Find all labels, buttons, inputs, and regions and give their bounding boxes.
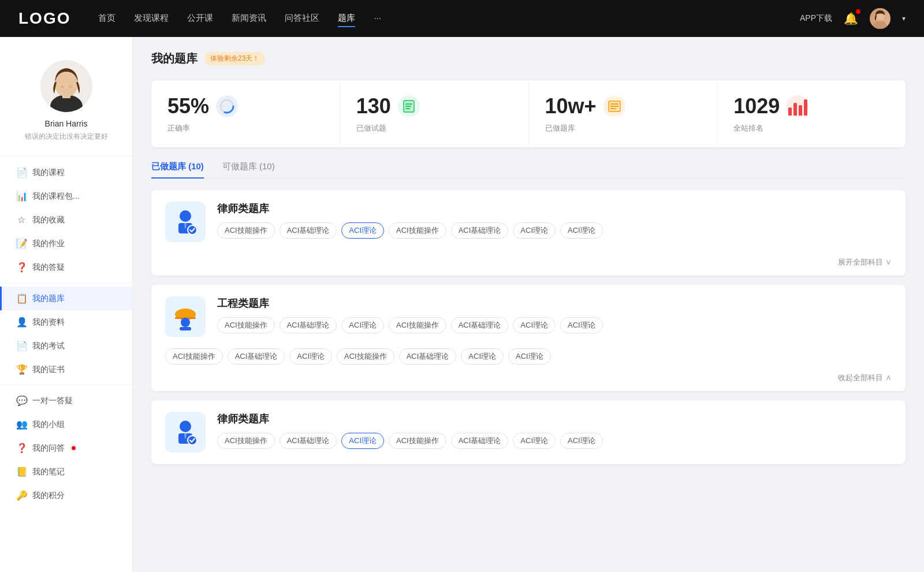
points-icon: 🔑 [16,490,27,501]
user-avatar [40,60,92,112]
qa-badge [72,446,76,450]
tag-1-7[interactable]: ACI理论 [560,222,603,239]
tab-done-banks[interactable]: 已做题库 (10) [151,161,204,178]
tag-3-7[interactable]: ACI理论 [560,433,603,449]
tag-3-3[interactable]: ACI理论 [341,433,384,449]
nav-home[interactable]: 首页 [98,10,116,27]
main-layout: Brian Harris 错误的决定比没有决定要好 📄 我的课程 📊 我的课程包… [0,37,924,572]
nav-news[interactable]: 新闻资讯 [232,10,266,27]
sidebar-item-mycourse[interactable]: 📄 我的课程 [0,161,132,184]
tag-3-2[interactable]: ACI基础理论 [280,433,337,449]
tag-3-5[interactable]: ACI基础理论 [451,433,509,449]
svg-rect-17 [610,103,619,105]
sidebar-item-1on1[interactable]: 💬 一对一答疑 [0,389,132,413]
tag-2b-6[interactable]: ACI理论 [461,348,504,365]
svg-rect-12 [405,103,412,105]
stat-top-done: 130 [356,94,512,118]
tag-2b-5[interactable]: ACI基础理论 [399,348,457,365]
sidebar-item-certificate[interactable]: 🏆 我的证书 [0,358,132,381]
nav-open[interactable]: 公开课 [187,10,213,27]
tag-3-6[interactable]: ACI理论 [513,433,556,449]
sidebar-item-group[interactable]: 👥 我的小组 [0,413,132,436]
stat-value-ranking: 1029 [733,94,780,118]
stat-value-banks: 10w+ [545,94,597,118]
chat-icon: 💬 [16,395,27,406]
tag-1-1[interactable]: ACI技能操作 [217,222,275,239]
tag-2b-2[interactable]: ACI基础理论 [228,348,285,365]
tags-row-3: ACI技能操作 ACI基础理论 ACI理论 ACI技能操作 ACI基础理论 AC… [217,433,892,449]
tag-2-7[interactable]: ACI理论 [560,317,603,333]
sidebar-item-coursepack[interactable]: 📊 我的课程包... [0,184,132,208]
nav-courses[interactable]: 发现课程 [134,10,169,27]
app-download-link[interactable]: APP下载 [800,13,832,24]
bank-header-1: 律师类题库 ACI技能操作 ACI基础理论 ACI理论 ACI技能操作 ACI基… [151,190,906,254]
tag-1-5[interactable]: ACI基础理论 [451,222,509,239]
collapse-link-2[interactable]: 收起全部科目 ∧ [151,373,906,391]
tag-2b-4[interactable]: ACI技能操作 [337,348,394,365]
bank-section-lawyer-2: 律师类题库 ACI技能操作 ACI基础理论 ACI理论 ACI技能操作 ACI基… [151,400,906,464]
sidebar-item-notes[interactable]: 📒 我的笔记 [0,460,132,484]
sidebar-item-profile[interactable]: 👤 我的资料 [0,310,132,334]
tag-2-2[interactable]: ACI基础理论 [280,317,337,333]
bank-info-3: 律师类题库 ACI技能操作 ACI基础理论 ACI理论 ACI技能操作 ACI基… [217,412,892,449]
stat-top-ranking: 1029 [733,94,889,118]
sidebar-item-homework[interactable]: 📝 我的作业 [0,232,132,255]
tabs-row: 已做题库 (10) 可做题库 (10) [151,161,906,179]
bar1 [788,107,792,116]
tag-3-4[interactable]: ACI技能操作 [389,433,446,449]
tags-row-2a: ACI技能操作 ACI基础理论 ACI理论 ACI技能操作 ACI基础理论 AC… [217,317,892,333]
nav-qa[interactable]: 问答社区 [285,10,319,27]
tag-1-3[interactable]: ACI理论 [341,222,384,239]
sidebar-item-points[interactable]: 🔑 我的积分 [0,484,132,507]
bank-header-3: 律师类题库 ACI技能操作 ACI基础理论 ACI理论 ACI技能操作 ACI基… [151,400,906,464]
logo: LOGO [18,9,70,28]
sidebar-item-qa[interactable]: ❓ 我的答疑 [0,255,132,279]
nav-more[interactable]: ··· [374,10,381,27]
tag-1-6[interactable]: ACI理论 [513,222,556,239]
notification-bell[interactable]: 🔔 [844,12,858,25]
stat-label-banks: 已做题库 [545,123,701,133]
svg-point-6 [61,86,64,88]
svg-rect-19 [610,108,616,109]
tag-2-6[interactable]: ACI理论 [513,317,556,333]
stat-accuracy: 55% 正确率 [151,80,340,147]
bar4 [804,99,807,116]
tag-2b-1[interactable]: ACI技能操作 [165,348,223,365]
tag-2b-3[interactable]: ACI理论 [289,348,332,365]
stat-label-done: 已做试题 [356,123,512,133]
tag-2-1[interactable]: ACI技能操作 [217,317,275,333]
svg-rect-25 [176,314,195,317]
expand-link-1[interactable]: 展开全部科目 ∨ [151,254,906,276]
tag-2-3[interactable]: ACI理论 [341,317,384,333]
nav-questionbank[interactable]: 题库 [338,10,355,27]
exam-icon: 📄 [16,340,27,351]
page-title: 我的题库 [151,51,198,66]
tag-2b-7[interactable]: ACI理论 [508,348,551,365]
homework-icon: 📝 [16,238,27,249]
tags-row-1: ACI技能操作 ACI基础理论 ACI理论 ACI技能操作 ACI基础理论 AC… [217,222,892,239]
stat-ranking: 1029 全站排名 [717,80,906,147]
sidebar-item-questionbank[interactable]: 📋 我的题库 [0,287,132,310]
sidebar-item-exam[interactable]: 📄 我的考试 [0,334,132,358]
tag-2-5[interactable]: ACI基础理论 [451,317,509,333]
tag-1-2[interactable]: ACI基础理论 [280,222,337,239]
bank-name-1: 律师类题库 [217,202,892,216]
sidebar-item-favorites[interactable]: ☆ 我的收藏 [0,208,132,232]
bar3 [799,105,802,116]
stat-label-ranking: 全站排名 [733,123,889,133]
user-avatar-nav[interactable] [870,8,891,29]
user-name: Brian Harris [45,119,88,128]
svg-point-7 [69,86,72,88]
sidebar-item-myqa[interactable]: ❓ 我的问答 [0,436,132,460]
user-menu-chevron[interactable]: ▾ [902,14,906,23]
bank-info-2: 工程类题库 ACI技能操作 ACI基础理论 ACI理论 ACI技能操作 ACI基… [217,296,892,333]
avatar-image [870,8,891,29]
tab-available-banks[interactable]: 可做题库 (10) [222,161,275,178]
tag-3-1[interactable]: ACI技能操作 [217,433,275,449]
tag-1-4[interactable]: ACI技能操作 [389,222,446,239]
bank-icon-lawyer-2 [165,412,206,452]
svg-point-20 [180,210,191,222]
tag-2-4[interactable]: ACI技能操作 [389,317,446,333]
main-content: 我的题库 体验剩余23天！ 55% 正确率 [133,37,924,572]
cert-icon: 🏆 [16,364,27,375]
